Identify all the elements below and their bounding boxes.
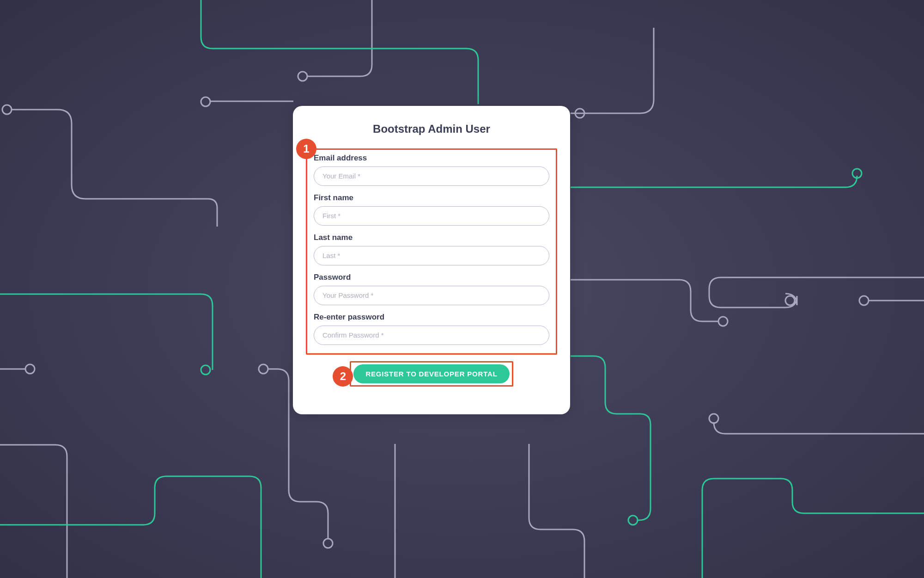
password-field[interactable] [314,286,549,305]
svg-point-1 [2,105,12,114]
svg-point-8 [718,317,728,326]
email-group: Email address [314,154,549,186]
form-fields-callout-box: 1 Email address First name Last name Pas… [306,148,557,355]
svg-point-3 [852,169,862,178]
svg-point-6 [259,364,268,374]
svg-point-12 [709,414,718,423]
svg-point-13 [201,97,210,106]
confirm-password-label: Re-enter password [314,313,549,322]
svg-point-2 [575,109,584,118]
svg-point-10 [785,296,795,305]
email-label: Email address [314,154,549,163]
svg-point-11 [859,296,869,305]
step-badge-2: 2 [333,366,353,387]
last-name-group: Last name [314,233,549,265]
confirm-password-field[interactable] [314,326,549,345]
password-group: Password [314,273,549,305]
svg-point-0 [298,72,307,81]
step-badge-1: 1 [296,139,316,159]
svg-point-4 [201,365,210,375]
registration-card: Bootstrap Admin User 1 Email address Fir… [293,106,570,414]
register-button[interactable]: REGISTER TO DEVELOPER PORTAL [353,364,509,383]
first-name-label: First name [314,193,549,203]
password-label: Password [314,273,549,282]
button-callout-box: 2 REGISTER TO DEVELOPER PORTAL [350,361,513,387]
first-name-group: First name [314,193,549,226]
svg-point-9 [628,516,638,525]
card-title: Bootstrap Admin User [306,123,557,135]
last-name-field[interactable] [314,246,549,265]
last-name-label: Last name [314,233,549,242]
first-name-field[interactable] [314,206,549,226]
confirm-password-group: Re-enter password [314,313,549,345]
svg-point-5 [25,364,35,374]
button-area: 2 REGISTER TO DEVELOPER PORTAL [306,361,557,387]
email-field[interactable] [314,166,549,186]
svg-point-7 [323,539,333,548]
